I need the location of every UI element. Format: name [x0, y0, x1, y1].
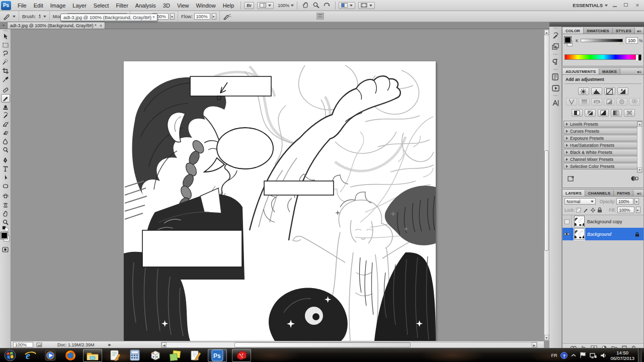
- menu-edit[interactable]: Edit: [30, 0, 47, 11]
- scroll-right-icon[interactable]: ▶: [532, 342, 537, 347]
- spectrum-black-chip[interactable]: [638, 55, 641, 60]
- menu-select[interactable]: Select: [90, 0, 113, 11]
- color-spectrum-ramp[interactable]: [565, 54, 641, 60]
- visibility-toggle[interactable]: [562, 228, 572, 240]
- tab-channels[interactable]: CHANNELS: [585, 190, 614, 196]
- menu-analysis[interactable]: Analysis: [132, 0, 159, 11]
- lock-transparency-icon[interactable]: [576, 208, 582, 213]
- menu-help[interactable]: Help: [219, 0, 238, 11]
- preset-black-white[interactable]: Black & White Presets: [564, 149, 642, 155]
- flow-value-field[interactable]: 100%: [194, 13, 210, 20]
- color-swatches[interactable]: [1, 232, 10, 242]
- expand-icon[interactable]: [566, 144, 568, 147]
- exposure-icon[interactable]: [617, 87, 628, 95]
- selective-color-icon[interactable]: [624, 109, 635, 117]
- healing-brush-tool[interactable]: [1, 85, 10, 94]
- zoom-tool[interactable]: [1, 218, 10, 226]
- k-value-field[interactable]: 100: [626, 37, 638, 44]
- taskbar-calculator[interactable]: [127, 349, 142, 362]
- status-flyout-icon[interactable]: ▶: [109, 343, 111, 347]
- toggle-panels-button[interactable]: [317, 13, 324, 21]
- color-balance-icon[interactable]: [591, 98, 602, 106]
- panel-icon-history[interactable]: [550, 31, 561, 41]
- vertical-scrollbar[interactable]: ▲ ▼: [544, 29, 549, 341]
- quick-mask-button[interactable]: [1, 245, 10, 254]
- menu-3d[interactable]: 3D: [159, 0, 174, 11]
- view-extras-button[interactable]: [339, 2, 355, 9]
- default-colors-icon[interactable]: [0, 226, 11, 231]
- flow-spinner[interactable]: ▸: [212, 13, 216, 20]
- move-tool[interactable]: [1, 32, 10, 41]
- history-brush-tool[interactable]: [1, 111, 10, 120]
- threshold-icon[interactable]: [598, 109, 609, 117]
- layer-list-empty-area[interactable]: [562, 240, 643, 343]
- expand-icon[interactable]: [566, 130, 568, 133]
- network-tray-icon[interactable]: [590, 352, 597, 358]
- scroll-left-icon[interactable]: ◀: [162, 342, 167, 347]
- hand-tool[interactable]: [1, 209, 10, 218]
- k-slider-thumb[interactable]: [620, 42, 624, 45]
- expanded-view-icon[interactable]: [568, 175, 575, 182]
- menu-window[interactable]: Window: [193, 0, 219, 11]
- preset-selective-color[interactable]: Selective Color Presets: [564, 163, 642, 169]
- presets-scrollbar[interactable]: ▲ ▼: [637, 121, 642, 173]
- fg-color-chip[interactable]: [565, 37, 571, 43]
- vertical-scroll-thumb[interactable]: [544, 150, 549, 251]
- gradient-tool[interactable]: [1, 128, 10, 137]
- blend-mode-select[interactable]: Normal: [565, 198, 596, 205]
- curves-icon[interactable]: [604, 87, 615, 95]
- layer-row-background-copy[interactable]: Background copy: [562, 215, 643, 228]
- close-button[interactable]: ×: [634, 3, 641, 8]
- taskbar-firefox[interactable]: [63, 349, 78, 362]
- foreground-color-swatch[interactable]: [1, 232, 8, 239]
- preset-hue-saturation[interactable]: Hue/Saturation Presets: [564, 142, 642, 148]
- minimize-button[interactable]: [612, 3, 619, 8]
- volume-tray-icon[interactable]: [600, 352, 607, 358]
- dock-header[interactable]: [549, 22, 644, 27]
- k-slider[interactable]: [581, 39, 623, 42]
- photoshop-logo[interactable]: Ps: [1, 1, 11, 10]
- lasso-tool[interactable]: [1, 49, 10, 58]
- preset-exposure[interactable]: Exposure Presets: [564, 135, 642, 141]
- taskbar-journal-app[interactable]: [107, 349, 122, 362]
- scroll-down-icon[interactable]: ▼: [544, 335, 549, 340]
- preset-curves[interactable]: Curves Presets: [564, 128, 642, 134]
- tab-masks[interactable]: MASKS: [599, 68, 620, 74]
- rotate-view-button[interactable]: [321, 2, 332, 9]
- workspace-switcher[interactable]: ESSENTIALS: [573, 3, 608, 8]
- scroll-up-icon[interactable]: ▲: [637, 122, 642, 127]
- blur-tool[interactable]: [1, 137, 10, 145]
- screen-mode-button[interactable]: [358, 2, 375, 9]
- crop-tool[interactable]: [1, 66, 10, 75]
- vibrance-icon[interactable]: [566, 98, 577, 106]
- doc-size-info[interactable]: Doc: 1.19M/2.39M: [57, 342, 95, 347]
- menu-filter[interactable]: Filter: [112, 0, 131, 11]
- preset-channel-mixer[interactable]: Channel Mixer Presets: [564, 156, 642, 162]
- clip-to-layer-icon[interactable]: [630, 175, 638, 182]
- brush-picker[interactable]: Brush: 3: [19, 11, 50, 22]
- menu-image[interactable]: Image: [47, 0, 69, 11]
- taskbar-clock[interactable]: 14:50 06/07/2013: [610, 350, 634, 361]
- panel-icon-actions[interactable]: [550, 83, 561, 93]
- tool-preset-picker[interactable]: [0, 11, 19, 22]
- lock-all-icon[interactable]: [597, 207, 602, 213]
- 3d-orbit-tool[interactable]: [1, 201, 10, 209]
- panel-icon-character[interactable]: [550, 98, 561, 108]
- tab-color[interactable]: COLOR: [562, 28, 584, 34]
- preset-levels[interactable]: Levels Presets: [564, 121, 642, 127]
- gradient-map-icon[interactable]: [611, 109, 622, 117]
- brightness-contrast-icon[interactable]: [578, 87, 589, 95]
- tab-paths[interactable]: PATHS: [614, 190, 633, 196]
- hue-saturation-icon[interactable]: [579, 98, 590, 106]
- brush-tool[interactable]: [1, 94, 10, 103]
- action-center-flag-icon[interactable]: [580, 352, 586, 358]
- layer-thumbnail[interactable]: [574, 216, 585, 227]
- panel-icon-paragraph[interactable]: [550, 57, 561, 67]
- tab-close-icon[interactable]: ×: [100, 23, 102, 28]
- lock-position-icon[interactable]: [590, 208, 596, 213]
- taskbar-explorer[interactable]: [83, 349, 102, 362]
- clone-stamp-tool[interactable]: [1, 103, 10, 111]
- horizontal-scroll-thumb[interactable]: [234, 342, 411, 347]
- taskbar-media-player[interactable]: [43, 349, 58, 362]
- pen-tool[interactable]: [1, 156, 10, 164]
